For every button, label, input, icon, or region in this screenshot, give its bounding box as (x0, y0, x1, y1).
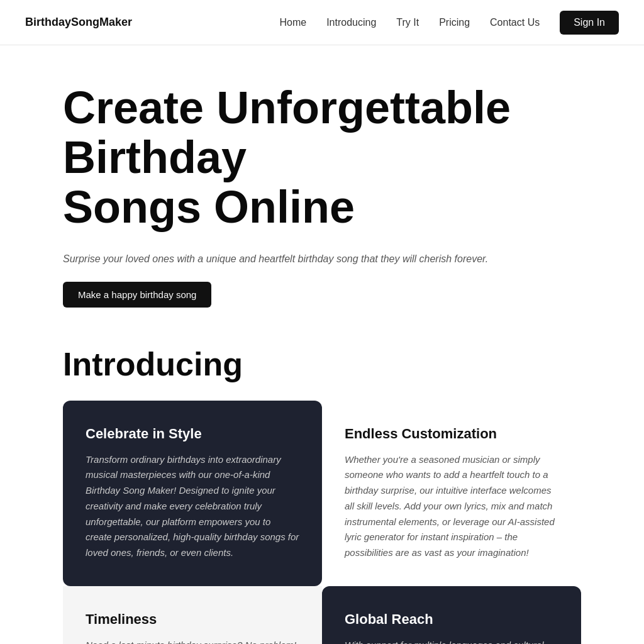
cards-row-2: Timeliness Need a last-minute birthday s… (63, 586, 581, 644)
nav-item-pricing[interactable]: Pricing (439, 17, 470, 28)
hero-subtitle: Surprise your loved ones with a unique a… (63, 252, 581, 267)
card-customization: Endless Customization Whether you're a s… (322, 401, 581, 586)
card-customization-title: Endless Customization (345, 426, 558, 442)
card-global-title: Global Reach (345, 611, 558, 628)
main-nav: Home Introducing Try It Pricing Contact … (279, 11, 619, 35)
card-global-text: With support for multiple languages and … (345, 638, 558, 644)
card-customization-text: Whether you're a seasoned musician or si… (345, 452, 558, 561)
cta-button[interactable]: Make a happy birthday song (63, 282, 211, 308)
hero-title-line1: Create Unforgettable Birthday (63, 82, 511, 182)
cards-row-1: Celebrate in Style Transform ordinary bi… (63, 401, 581, 586)
introducing-title: Introducing (63, 345, 581, 383)
hero-title-line2: Songs Online (63, 182, 355, 232)
card-timeliness-text: Need a last-minute birthday surprise? No… (86, 638, 299, 644)
card-global: Global Reach With support for multiple l… (322, 586, 581, 644)
header: BirthdaySongMaker Home Introducing Try I… (0, 0, 644, 45)
introducing-section: Introducing Celebrate in Style Transform… (0, 333, 644, 644)
card-celebrate-text: Transform ordinary birthdays into extrao… (86, 452, 299, 561)
nav-item-contact[interactable]: Contact Us (490, 17, 540, 28)
hero-title: Create Unforgettable Birthday Songs Onli… (63, 83, 581, 233)
brand-logo[interactable]: BirthdaySongMaker (25, 16, 132, 29)
nav-item-introducing[interactable]: Introducing (326, 17, 376, 28)
card-timeliness: Timeliness Need a last-minute birthday s… (63, 586, 322, 644)
card-celebrate: Celebrate in Style Transform ordinary bi… (63, 401, 322, 586)
card-celebrate-title: Celebrate in Style (86, 426, 299, 442)
nav-item-home[interactable]: Home (279, 17, 306, 28)
hero-section: Create Unforgettable Birthday Songs Onli… (0, 45, 644, 333)
card-timeliness-title: Timeliness (86, 611, 299, 628)
sign-in-button[interactable]: Sign In (560, 11, 619, 35)
nav-item-try-it[interactable]: Try It (396, 17, 419, 28)
